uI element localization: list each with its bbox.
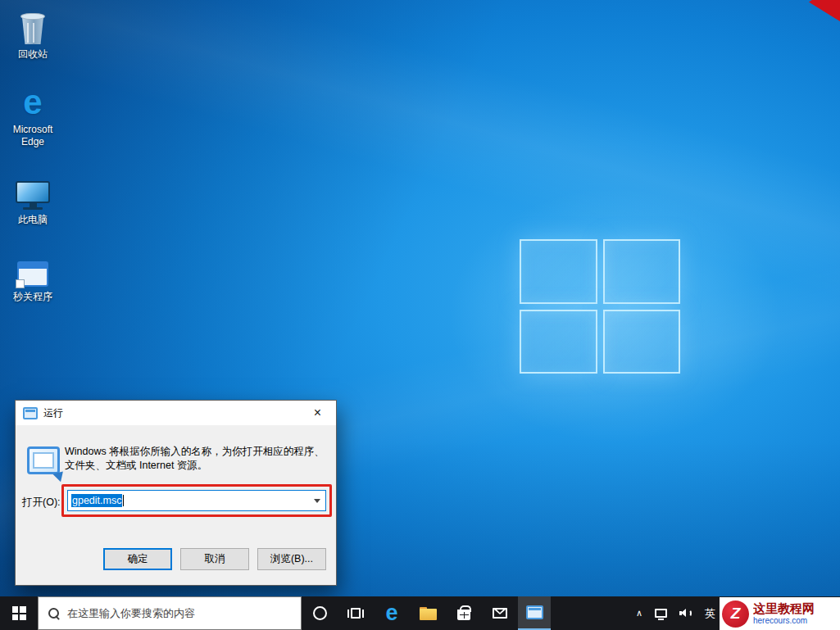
mail-icon	[493, 608, 507, 619]
corner-ribbon-decoration	[809, 0, 840, 21]
browse-button[interactable]: 浏览(B)...	[257, 548, 326, 570]
desktop-icon-label: Microsoft Edge	[2, 124, 63, 148]
taskbar: e ∧ 英	[0, 596, 840, 630]
task-view-icon	[347, 608, 364, 619]
combobox-text[interactable]: gpedit.msc	[68, 491, 309, 510]
desktop-icon-label: 此电脑	[2, 214, 63, 226]
search-icon	[48, 607, 60, 619]
run-dialog-description: Windows 将根据你所输入的名称，为你打开相应的程序、文件夹、文档或 Int…	[65, 445, 329, 473]
cortana-icon	[313, 606, 327, 620]
edge-taskbar-button[interactable]: e	[374, 596, 410, 630]
text-caret	[123, 495, 124, 506]
desktop-icon-microsoft-edge[interactable]: e Microsoft Edge	[2, 82, 63, 148]
windows-logo-pane	[603, 310, 681, 374]
windows-logo-pane	[520, 239, 597, 304]
volume-icon[interactable]	[679, 608, 692, 619]
tray-chevron-icon[interactable]: ∧	[636, 608, 642, 619]
edge-icon: e	[385, 602, 397, 624]
windows-logo-pane	[520, 310, 597, 374]
desktop-icon-this-pc[interactable]: 此电脑	[2, 172, 63, 226]
taskbar-search-box[interactable]	[38, 596, 302, 630]
combobox-selected-text: gpedit.msc	[71, 494, 122, 507]
task-view-button[interactable]	[338, 596, 374, 630]
desktop-icon-label: 秒关程序	[2, 291, 63, 303]
run-window-icon	[526, 605, 543, 619]
desktop-icon-label: 回收站	[2, 48, 63, 61]
watermark-url: herecours.com	[753, 616, 815, 626]
run-dialog-body: Windows 将根据你所输入的名称，为你打开相应的程序、文件夹、文档或 Int…	[16, 425, 336, 586]
recycle-bin-icon	[2, 7, 63, 44]
watermark-logo: Z	[722, 601, 749, 628]
red-highlight-annotation: gpedit.msc	[61, 484, 332, 517]
cancel-button[interactable]: 取消	[180, 548, 249, 570]
system-tray: ∧ 英	[636, 596, 715, 630]
open-combobox[interactable]: gpedit.msc	[67, 490, 326, 511]
ime-indicator[interactable]: 英	[705, 606, 715, 621]
site-watermark: Z 这里教程网 herecours.com	[720, 597, 840, 630]
run-dialog-window: 运行 × Windows 将根据你所输入的名称，为你打开相应的程序、文件夹、文档…	[15, 400, 337, 586]
this-pc-icon	[2, 172, 63, 210]
file-explorer-button[interactable]	[410, 596, 446, 630]
cortana-button[interactable]	[302, 596, 338, 630]
run-dialog-taskbar-button[interactable]	[518, 596, 551, 630]
open-label: 打开(O):	[22, 496, 61, 510]
dialog-button-row: 确定 取消 浏览(B)...	[103, 548, 326, 570]
app-window-icon	[2, 249, 63, 287]
folder-icon	[420, 607, 437, 620]
desktop: 回收站 e Microsoft Edge 此电脑 秒关程序 运行 ×	[0, 0, 840, 630]
ok-button[interactable]: 确定	[103, 548, 172, 570]
network-icon[interactable]	[655, 609, 667, 618]
desktop-icon-quick-close-app[interactable]: 秒关程序	[2, 249, 63, 303]
mail-button[interactable]	[482, 596, 518, 630]
windows-logo-wallpaper	[520, 239, 680, 374]
microsoft-store-button[interactable]	[446, 596, 482, 630]
search-input[interactable]	[67, 607, 301, 619]
windows-logo-pane	[603, 239, 681, 304]
run-window-icon	[23, 407, 38, 419]
chevron-down-icon[interactable]	[309, 491, 325, 510]
start-button[interactable]	[0, 596, 38, 630]
close-icon[interactable]: ×	[299, 401, 336, 425]
windows-logo-icon	[12, 606, 26, 620]
run-dialog-titlebar[interactable]: 运行 ×	[16, 401, 336, 425]
edge-icon: e	[2, 82, 63, 120]
desktop-icon-recycle-bin[interactable]: 回收站	[2, 7, 63, 61]
run-dialog-title: 运行	[43, 406, 63, 420]
store-bag-icon	[457, 610, 470, 620]
run-icon	[27, 446, 63, 478]
watermark-title: 这里教程网	[753, 601, 815, 616]
